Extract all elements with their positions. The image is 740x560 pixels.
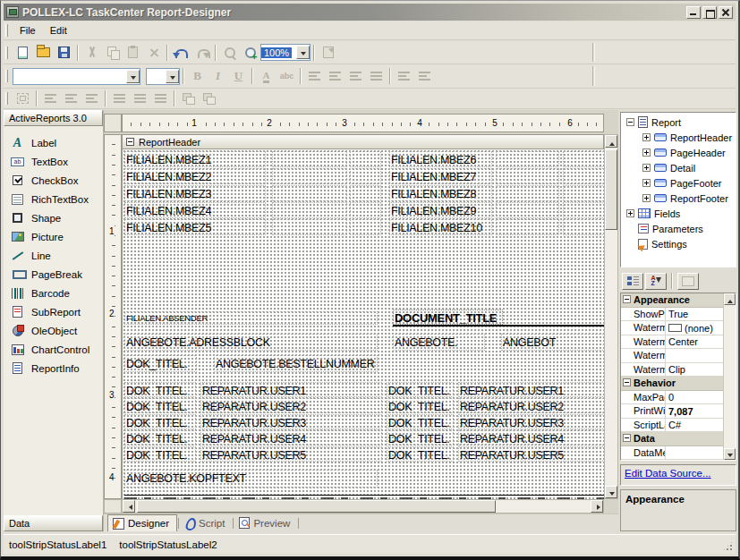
dok-titel-field[interactable]: DOK_TITEL. xyxy=(124,430,196,445)
empty-field-box[interactable] xyxy=(496,168,559,184)
property-value[interactable]: 7,087 xyxy=(666,404,723,418)
send-to-back-button[interactable] xyxy=(199,89,219,108)
align-right-button[interactable] xyxy=(345,67,366,86)
property-row[interactable]: Waterma(none) xyxy=(621,321,723,335)
empty-field-box[interactable] xyxy=(350,151,381,167)
tree-item-parameters[interactable]: Parameters xyxy=(621,221,736,236)
dok-titel-field[interactable]: DOK_TITEL. xyxy=(124,398,196,413)
paste-button[interactable] xyxy=(123,43,143,62)
reparatur-field-clipped[interactable]: REPARATUR.USER2 xyxy=(458,398,604,413)
dok-titel-field[interactable]: DOK_TITEL. xyxy=(124,355,197,372)
property-row[interactable]: DataSo xyxy=(621,460,723,461)
toolbox-item-shape[interactable]: Shape xyxy=(4,208,103,227)
property-row[interactable]: DataMer xyxy=(621,446,723,461)
property-row[interactable]: Waterma xyxy=(621,349,723,363)
bold-button[interactable]: B xyxy=(187,67,208,86)
reparatur-field[interactable]: REPARATUR.USER4 xyxy=(200,430,382,445)
edit-data-source-link[interactable]: Edit Data Source... xyxy=(625,468,711,479)
snap-grid-button[interactable] xyxy=(13,89,33,108)
toolbox-item-checkbox[interactable]: CheckBox xyxy=(4,171,103,190)
reparatur-field-clipped[interactable]: REPARATUR.USER4 xyxy=(458,430,604,445)
empty-field-box[interactable] xyxy=(350,185,381,201)
empty-field-box[interactable] xyxy=(272,185,347,201)
align-centers-button[interactable] xyxy=(61,89,81,108)
save-button[interactable] xyxy=(54,43,74,62)
toolbox-item-textbox[interactable]: TextBox xyxy=(4,152,103,171)
empty-field-box[interactable] xyxy=(272,202,347,218)
property-row[interactable]: ShowPaTrue xyxy=(621,308,723,322)
dok-titel-field[interactable]: DOK_TITEL. xyxy=(124,382,196,397)
toolbar-grip[interactable] xyxy=(5,70,8,82)
scroll-right-button[interactable] xyxy=(591,500,603,513)
dok-titel-field[interactable]: DOK_TITEL. xyxy=(387,382,454,397)
empty-field-box[interactable] xyxy=(350,168,381,184)
tree-item-reportheader[interactable]: ReportHeader xyxy=(621,130,736,145)
property-value[interactable]: (none) xyxy=(666,321,723,335)
reparatur-field[interactable]: REPARATUR.USER5 xyxy=(200,446,382,462)
align-rights-button[interactable] xyxy=(81,89,102,108)
property-row[interactable]: WatermaClip xyxy=(621,363,723,378)
toolbar-grip[interactable] xyxy=(5,24,8,37)
collapse-section-icon[interactable] xyxy=(126,138,134,146)
section-header-bar[interactable]: ReportHeader xyxy=(122,134,604,149)
minimize-button[interactable] xyxy=(686,6,701,19)
align-tops-button[interactable] xyxy=(109,89,130,108)
reparatur-field-clipped[interactable]: REPARATUR.USER3 xyxy=(458,414,604,429)
vertical-scroll-thumb[interactable] xyxy=(605,149,617,230)
zoom-out-button[interactable] xyxy=(219,43,240,62)
scroll-up-button[interactable] xyxy=(605,135,617,148)
expand-icon[interactable] xyxy=(642,179,651,187)
empty-field-box[interactable] xyxy=(563,168,604,184)
empty-field-box[interactable] xyxy=(563,185,604,201)
empty-field-box[interactable] xyxy=(496,219,559,235)
toolbox-item-line[interactable]: Line xyxy=(4,246,103,265)
empty-field-box[interactable] xyxy=(350,202,381,218)
tab-preview[interactable]: Preview xyxy=(234,514,297,531)
menu-edit[interactable]: Edit xyxy=(43,22,74,38)
copy-button[interactable] xyxy=(102,43,123,62)
toolbox-footer-data[interactable]: Data xyxy=(4,515,103,531)
property-value[interactable] xyxy=(666,349,723,362)
undo-button[interactable] xyxy=(171,43,191,62)
property-value[interactable]: Center xyxy=(666,335,723,349)
dok-titel-field[interactable]: DOK_TITEL. xyxy=(124,446,196,462)
font-combo[interactable] xyxy=(13,68,140,85)
reparatur-field-clipped[interactable]: REPARATUR.USER1 xyxy=(458,382,604,397)
line-spacing-button[interactable] xyxy=(394,67,414,86)
property-value[interactable]: True xyxy=(666,308,723,321)
empty-field-box[interactable] xyxy=(563,151,604,167)
horizontal-scroll-thumb[interactable] xyxy=(137,500,496,513)
collapse-icon[interactable] xyxy=(623,378,631,386)
report-field[interactable]: FILIALEN.MBEZ4 xyxy=(124,202,266,218)
categorized-view-button[interactable] xyxy=(622,273,643,290)
dok-titel-field[interactable]: DOK_TITEL. xyxy=(387,446,454,462)
angebote-field-clipped[interactable]: ANGEBOT xyxy=(501,334,604,351)
report-settings-button[interactable] xyxy=(318,43,338,62)
zoom-in-button[interactable] xyxy=(240,43,260,62)
toolbox-item-reportinfo[interactable]: ReportInfo xyxy=(4,359,103,378)
expand-icon[interactable] xyxy=(642,133,651,141)
property-category-data[interactable]: Data xyxy=(621,432,723,446)
scroll-down-button[interactable] xyxy=(605,486,617,498)
property-row[interactable]: WatermaCenter xyxy=(621,335,723,350)
align-center-button[interactable] xyxy=(325,67,345,86)
highlight-button[interactable]: abc xyxy=(276,67,297,86)
property-row[interactable]: MaxPag0 xyxy=(621,391,723,405)
empty-field-box[interactable] xyxy=(563,202,604,218)
new-button[interactable] xyxy=(13,43,33,62)
propgrid-scrollbar[interactable] xyxy=(723,293,736,460)
empty-field-box[interactable] xyxy=(496,185,559,201)
scroll-up-button[interactable] xyxy=(724,293,736,305)
adressblock-field[interactable]: ANGEBOTE.ADRESSBLOCK xyxy=(124,334,378,351)
dok-titel-field[interactable]: DOK_TITEL. xyxy=(387,414,454,429)
collapse-icon[interactable] xyxy=(623,295,631,303)
cut-button[interactable] xyxy=(81,43,102,62)
empty-field-box[interactable] xyxy=(272,219,347,235)
open-button[interactable] xyxy=(33,43,54,62)
underline-button[interactable]: U xyxy=(228,67,249,86)
indent-button[interactable] xyxy=(414,67,435,86)
property-category-behavior[interactable]: Behavior xyxy=(621,377,723,391)
collapse-icon[interactable] xyxy=(623,434,631,442)
dok-titel-field[interactable]: DOK_TITEL. xyxy=(124,414,196,429)
empty-field-box[interactable] xyxy=(272,151,347,167)
